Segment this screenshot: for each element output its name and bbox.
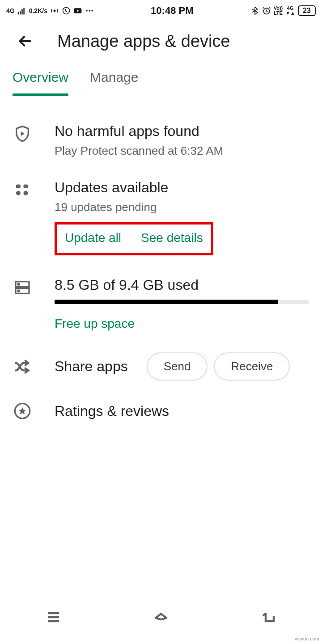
svg-rect-12 xyxy=(24,185,27,188)
tab-manage[interactable]: Manage xyxy=(90,70,138,96)
star-circle-icon xyxy=(13,402,55,420)
battery-indicator: 23 xyxy=(298,5,316,16)
net2-label: 4G ▼▲ xyxy=(285,6,295,16)
svg-point-5 xyxy=(63,8,69,14)
tabs: Overview Manage xyxy=(0,61,322,96)
apps-grid-icon xyxy=(13,179,55,199)
svg-point-14 xyxy=(24,191,27,195)
nav-home-button[interactable] xyxy=(148,608,174,626)
play-protect-row[interactable]: No harmful apps found Play Protect scann… xyxy=(13,112,309,169)
ratings-row[interactable]: Ratings & reviews xyxy=(13,391,309,431)
updates-row: Updates available 19 updates pending Upd… xyxy=(13,169,309,266)
app-bar: Manage apps & device xyxy=(0,21,322,61)
alarm-icon xyxy=(262,6,271,15)
storage-row[interactable]: 8.5 GB of 9.4 GB used Free up space xyxy=(13,266,309,342)
ratings-title: Ratings & reviews xyxy=(55,403,169,419)
see-details-button[interactable]: See details xyxy=(141,231,203,245)
svg-rect-1 xyxy=(20,11,21,14)
svg-point-13 xyxy=(17,191,20,195)
storage-title: 8.5 GB of 9.4 GB used xyxy=(55,277,309,293)
whatsapp-icon xyxy=(62,6,71,15)
nav-back-button[interactable] xyxy=(256,608,281,626)
back-button[interactable] xyxy=(13,29,38,54)
share-apps-row: Share apps Send Receive xyxy=(13,342,309,391)
volte-label: Vo)) LTE xyxy=(274,6,283,16)
send-button[interactable]: Send xyxy=(147,352,208,381)
status-right: Vo)) LTE 4G ▼▲ 23 xyxy=(250,5,316,16)
share-title: Share apps xyxy=(55,358,128,375)
svg-point-8 xyxy=(89,10,90,11)
update-all-button[interactable]: Update all xyxy=(65,231,121,245)
updates-title: Updates available xyxy=(55,179,309,196)
network-type: 4G xyxy=(6,8,15,14)
protect-subtitle: Play Protect scanned at 6:32 AM xyxy=(55,144,309,158)
system-nav-bar xyxy=(0,603,322,631)
svg-point-9 xyxy=(91,10,93,11)
status-time: 10:48 PM xyxy=(94,5,250,17)
protect-title: No harmful apps found xyxy=(55,123,309,140)
content: No harmful apps found Play Protect scann… xyxy=(0,96,322,431)
share-icon xyxy=(13,358,55,376)
nav-menu-button[interactable] xyxy=(41,608,66,626)
free-up-space-button[interactable]: Free up space xyxy=(55,317,135,331)
more-icon xyxy=(85,6,94,15)
storage-progress-fill xyxy=(55,300,278,304)
svg-point-17 xyxy=(18,284,19,285)
data-rate: 0.2K/s xyxy=(29,8,47,14)
svg-point-18 xyxy=(18,290,19,292)
update-actions-highlight: Update all See details xyxy=(55,222,213,255)
status-bar: 4G 0.2K/s 10:48 PM Vo)) LTE 4G xyxy=(0,0,322,21)
svg-rect-3 xyxy=(23,8,25,14)
watermark: wsxdn.com xyxy=(295,636,319,641)
signal-icon xyxy=(17,6,26,15)
storage-icon xyxy=(13,277,55,297)
receive-button[interactable]: Receive xyxy=(214,352,290,381)
updates-subtitle: 19 updates pending xyxy=(55,200,309,214)
page-title: Manage apps & device xyxy=(57,32,230,51)
status-left: 4G 0.2K/s xyxy=(6,6,94,15)
bluetooth-icon xyxy=(250,6,259,15)
shield-icon xyxy=(13,123,55,143)
youtube-icon xyxy=(73,6,82,15)
svg-rect-0 xyxy=(18,12,19,14)
storage-progress xyxy=(55,300,309,304)
hotspot-icon xyxy=(50,6,59,15)
svg-point-7 xyxy=(86,10,87,11)
svg-rect-11 xyxy=(17,185,20,188)
tab-overview[interactable]: Overview xyxy=(13,70,68,96)
svg-point-4 xyxy=(54,10,55,11)
svg-rect-2 xyxy=(21,9,23,15)
